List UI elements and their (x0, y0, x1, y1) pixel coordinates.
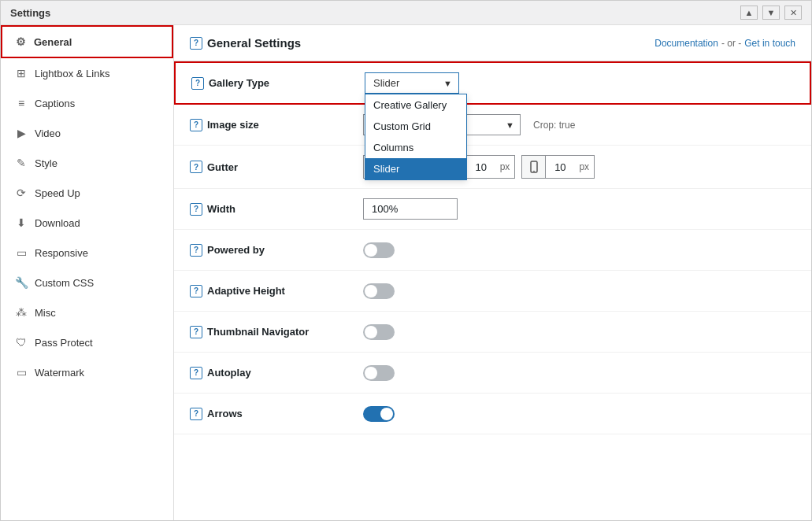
gallery-type-label-text: Gallery Type (209, 77, 269, 89)
autoplay-thumb (365, 367, 377, 379)
thumbnail-navigator-toggle[interactable] (363, 324, 395, 340)
gallery-type-dropdown-wrapper: Slider ▼ Creative Gallery Custom Grid Co… (365, 72, 459, 94)
sidebar-item-lightbox-label: Lightbox & Links (35, 68, 109, 79)
thumbnail-navigator-label-text: Thumbnail Navigator (207, 326, 309, 338)
image-size-help-icon[interactable]: ? (190, 119, 202, 131)
arrows-label-text: Arrows (207, 408, 243, 419)
autoplay-help-icon[interactable]: ? (190, 367, 202, 379)
dropdown-chevron-icon: ▼ (443, 79, 452, 88)
gutter-mobile-icon (522, 156, 546, 178)
dropdown-option-columns[interactable]: Columns (365, 137, 466, 158)
width-label-text: Width (207, 203, 235, 215)
thumbnail-navigator-thumb (365, 326, 377, 338)
sidebar-item-style-label: Style (35, 157, 57, 169)
arrows-help-icon[interactable]: ? (190, 408, 202, 420)
image-size-label: ? Image size (190, 119, 363, 131)
sidebar-item-speedup-label: Speed Up (35, 187, 80, 199)
width-label: ? Width (190, 203, 363, 216)
sidebar-item-watermark[interactable]: ▭ Watermark (1, 357, 173, 387)
gutter-help-icon[interactable]: ? (190, 161, 202, 173)
autoplay-label-text: Autoplay (207, 367, 251, 379)
adaptive-height-row: ? Adaptive Height (174, 271, 811, 312)
gallery-type-label: ? Gallery Type (191, 77, 365, 90)
title-bar-title: Settings (10, 7, 50, 19)
autoplay-control (363, 365, 795, 381)
arrows-toggle[interactable] (363, 406, 395, 422)
gallery-type-selected-value: Slider (373, 77, 399, 89)
sidebar-item-customcss[interactable]: 🔧 Custom CSS (1, 268, 173, 297)
gallery-type-dropdown[interactable]: Slider ▼ (365, 72, 459, 94)
sidebar-item-captions[interactable]: ≡ Captions (1, 88, 173, 118)
gutter-tablet-input[interactable] (467, 156, 495, 178)
dropdown-option-slider[interactable]: Slider (365, 158, 466, 179)
captions-icon: ≡ (14, 96, 28, 110)
get-in-touch-link[interactable]: Get in touch (744, 38, 795, 49)
passprotect-icon: 🛡 (14, 335, 28, 349)
main-layout: ⚙ General ⊞ Lightbox & Links ≡ Captions … (1, 25, 811, 520)
sidebar-item-watermark-label: Watermark (35, 367, 84, 379)
image-size-row: ? Image size ▼ Crop: true (174, 105, 811, 146)
gutter-mobile-input[interactable] (546, 156, 574, 178)
powered-by-thumb (365, 244, 377, 257)
adaptive-height-track (363, 283, 395, 299)
powered-by-toggle[interactable] (363, 242, 395, 258)
title-bar-close-btn[interactable]: ✕ (784, 6, 802, 20)
sidebar-item-speedup[interactable]: ⟳ Speed Up (1, 178, 173, 208)
arrows-thumb (380, 408, 393, 420)
powered-by-track (363, 242, 395, 258)
gutter-row: ? Gutter (174, 146, 811, 189)
sidebar-item-download[interactable]: ⬇ Download (1, 208, 173, 238)
adaptive-height-control (363, 283, 795, 299)
header-help-icon[interactable]: ? (190, 37, 202, 50)
arrows-control (363, 406, 795, 422)
sidebar-item-video-label: Video (35, 127, 61, 139)
title-bar-controls: ▲ ▼ ✕ (740, 6, 802, 20)
width-control (363, 198, 795, 220)
autoplay-toggle[interactable] (363, 365, 395, 381)
powered-by-label: ? Powered by (190, 244, 363, 257)
sidebar-item-general[interactable]: ⚙ General (1, 25, 173, 58)
gallery-type-help-icon[interactable]: ? (191, 77, 204, 90)
sidebar-item-video[interactable]: ▶ Video (1, 118, 173, 148)
thumbnail-navigator-track (363, 324, 395, 340)
content-title-text: General Settings (207, 36, 301, 50)
responsive-icon: ▭ (14, 246, 28, 260)
title-bar-expand-btn[interactable]: ▼ (762, 6, 780, 20)
gallery-type-control: Slider ▼ Creative Gallery Custom Grid Co… (365, 72, 794, 94)
title-bar-collapse-btn[interactable]: ▲ (740, 6, 758, 20)
autoplay-row: ? Autoplay (174, 353, 811, 394)
documentation-link[interactable]: Documentation (654, 38, 718, 49)
thumbnail-navigator-help-icon[interactable]: ? (190, 326, 202, 338)
thumbnail-navigator-label: ? Thumbnail Navigator (190, 326, 363, 338)
sidebar-item-download-label: Download (35, 217, 80, 229)
powered-by-help-icon[interactable]: ? (190, 244, 202, 257)
sidebar-item-responsive-label: Responsive (35, 247, 88, 259)
adaptive-height-label: ? Adaptive Height (190, 285, 363, 297)
gutter-tablet-unit: px (495, 156, 515, 178)
thumbnail-navigator-row: ? Thumbnail Navigator (174, 312, 811, 353)
sidebar-item-passprotect-label: Pass Protect (35, 337, 93, 349)
powered-by-row: ? Powered by (174, 230, 811, 271)
sidebar-item-passprotect[interactable]: 🛡 Pass Protect (1, 327, 173, 357)
adaptive-height-thumb (365, 285, 377, 297)
content-area: ? General Settings Documentation - or - … (174, 25, 811, 520)
powered-by-control (363, 242, 795, 258)
dropdown-option-custom-grid[interactable]: Custom Grid (365, 116, 466, 137)
width-row: ? Width (174, 189, 811, 230)
misc-icon: ⁂ (14, 305, 28, 320)
dropdown-option-creative-gallery[interactable]: Creative Gallery (365, 94, 466, 116)
width-input[interactable] (363, 198, 458, 220)
gutter-label-text: Gutter (207, 161, 238, 173)
adaptive-height-label-text: Adaptive Height (207, 285, 285, 297)
settings-section: ? Gallery Type Slider ▼ Creative Gallery (174, 61, 811, 434)
lightbox-icon: ⊞ (14, 66, 28, 80)
sidebar-item-misc[interactable]: ⁂ Misc (1, 297, 173, 327)
sidebar-item-responsive[interactable]: ▭ Responsive (1, 238, 173, 268)
sidebar-item-style[interactable]: ✎ Style (1, 148, 173, 178)
sidebar-item-lightbox[interactable]: ⊞ Lightbox & Links (1, 58, 173, 88)
gutter-mobile-unit: px (574, 156, 594, 178)
adaptive-height-help-icon[interactable]: ? (190, 285, 202, 297)
adaptive-height-toggle[interactable] (363, 283, 395, 299)
gutter-label: ? Gutter (190, 161, 363, 173)
width-help-icon[interactable]: ? (190, 203, 202, 216)
